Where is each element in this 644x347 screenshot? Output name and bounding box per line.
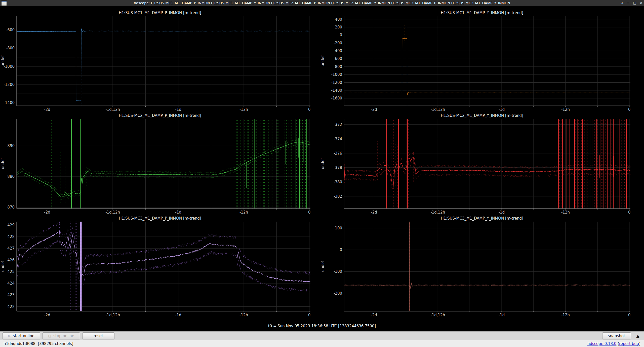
svg-text:undef: undef — [1, 55, 5, 66]
svg-text:-12h: -12h — [239, 107, 248, 112]
svg-text:0: 0 — [340, 33, 342, 37]
plot-title: H1:SUS-MC2_M1_DAMP_Y_INMON [m-trend] — [320, 112, 644, 119]
svg-text:-1d,12h: -1d,12h — [105, 313, 120, 317]
plot-mc2-damp-p[interactable]: H1:SUS-MC2_M1_DAMP_P_INMON [m-trend] 870… — [0, 112, 320, 215]
plot-mc2-damp-y[interactable]: H1:SUS-MC2_M1_DAMP_Y_INMON [m-trend] -37… — [320, 112, 644, 215]
svg-text:870: 870 — [7, 205, 15, 210]
start-online-label: start online — [13, 334, 34, 338]
svg-text:-2d: -2d — [44, 107, 50, 112]
reset-label: reset — [94, 334, 103, 338]
plot-title: H1:SUS-MC3_M1_DAMP_P_INMON [m-trend] — [0, 215, 320, 222]
svg-text:-1000: -1000 — [4, 64, 15, 69]
plot-canvas[interactable]: -372-374-376-378-380-382-2d-1d,12h-1d-12… — [320, 119, 644, 215]
t0-label: t0 = Sun Nov 05 2023 18:36:58 UTC [13832… — [0, 318, 644, 331]
plot-canvas[interactable]: 870880890-2d-1d,12h-1d-12h0undef — [0, 119, 320, 215]
svg-text:-1d: -1d — [499, 107, 505, 112]
svg-text:-600: -600 — [6, 28, 15, 32]
paren-open: ( — [616, 341, 619, 346]
svg-text:429: 429 — [7, 223, 15, 227]
svg-text:880: 880 — [7, 174, 15, 179]
ndscope-window: ndscope: H1:SUS-MC1_M1_DAMP_P_INMON H1:S… — [0, 0, 644, 347]
svg-text:-100: -100 — [334, 269, 342, 274]
shade-window-button[interactable]: ∧ — [621, 0, 623, 6]
svg-text:undef: undef — [320, 261, 325, 272]
play-icon: ▷ — [8, 334, 11, 338]
statusbar: h1daqnds1:8088 [398295 channels] ndscope… — [0, 340, 644, 347]
svg-text:-2d: -2d — [371, 313, 377, 317]
report-bug-link[interactable]: report bug — [619, 341, 639, 346]
svg-text:0: 0 — [308, 313, 311, 317]
plot-title: H1:SUS-MC3_M1_DAMP_Y_INMON [m-trend] — [320, 215, 644, 222]
svg-text:-200: -200 — [334, 41, 342, 45]
titlebar: ndscope: H1:SUS-MC1_M1_DAMP_P_INMON H1:S… — [0, 0, 644, 6]
plot-mc1-damp-p[interactable]: H1:SUS-MC1_M1_DAMP_P_INMON [m-trend] -60… — [0, 10, 320, 112]
svg-text:undef: undef — [1, 158, 5, 169]
snapshot-label: snapshot — [608, 334, 625, 338]
svg-text:-1d: -1d — [175, 107, 181, 112]
svg-text:-1400: -1400 — [4, 100, 15, 105]
plot-canvas[interactable]: 1000-100-200-2d-1d,12h-1d-12h0undef — [320, 222, 644, 318]
svg-text:undef: undef — [320, 158, 325, 169]
svg-text:0: 0 — [628, 313, 631, 317]
svg-text:-400: -400 — [334, 49, 342, 53]
svg-text:-378: -378 — [334, 165, 342, 170]
svg-text:-1d,12h: -1d,12h — [430, 107, 445, 112]
svg-text:0: 0 — [628, 107, 631, 112]
svg-text:400: 400 — [335, 17, 342, 22]
svg-text:-1d: -1d — [175, 210, 181, 215]
svg-text:-12h: -12h — [239, 210, 248, 215]
svg-text:-12h: -12h — [239, 313, 248, 317]
svg-text:-800: -800 — [6, 46, 15, 50]
window-title: ndscope: H1:SUS-MC1_M1_DAMP_P_INMON H1:S… — [0, 1, 644, 5]
snapshot-button[interactable]: snapshot — [602, 332, 631, 339]
svg-text:422: 422 — [7, 304, 15, 309]
plot-mc3-damp-p[interactable]: H1:SUS-MC3_M1_DAMP_P_INMON [m-trend] 422… — [0, 215, 320, 318]
window-controls: ∧ − □ ✕ — [621, 0, 642, 6]
svg-text:-1600: -1600 — [331, 96, 342, 100]
svg-text:0: 0 — [308, 107, 311, 112]
stop-online-button[interactable]: □ stop online — [43, 332, 80, 339]
maximize-window-button[interactable]: □ — [633, 0, 636, 6]
ndscope-version-link[interactable]: ndscope 0.18.0 — [587, 341, 617, 346]
svg-text:-1d: -1d — [499, 313, 505, 317]
svg-text:-1200: -1200 — [331, 80, 342, 85]
plot-title: H1:SUS-MC2_M1_DAMP_P_INMON [m-trend] — [0, 112, 320, 119]
reset-button[interactable]: reset — [82, 332, 114, 339]
svg-text:-200: -200 — [334, 291, 342, 296]
svg-text:-1400: -1400 — [331, 88, 342, 93]
svg-text:-1d: -1d — [175, 313, 181, 317]
toolbar: ▷ start online □ stop online reset snaps… — [0, 331, 644, 340]
svg-text:-382: -382 — [334, 194, 342, 199]
plot-title: H1:SUS-MC1_M1_DAMP_Y_INMON [m-trend] — [320, 10, 644, 16]
svg-text:424: 424 — [7, 281, 15, 286]
svg-text:-2d: -2d — [371, 107, 377, 112]
svg-text:-1d,12h: -1d,12h — [430, 313, 445, 317]
plot-mc3-damp-y[interactable]: H1:SUS-MC3_M1_DAMP_Y_INMON [m-trend] 100… — [320, 215, 644, 318]
expand-panel-triangle-icon[interactable]: ▲ — [636, 333, 639, 338]
stop-icon: □ — [48, 334, 51, 338]
svg-text:-374: -374 — [334, 137, 342, 141]
plot-canvas[interactable]: 4002000-200-400-600-800-1000-1200-1400-1… — [320, 16, 644, 112]
svg-text:0: 0 — [628, 210, 631, 215]
svg-text:100: 100 — [335, 226, 342, 230]
paren-close: ) — [639, 341, 640, 346]
svg-text:-12h: -12h — [561, 313, 570, 317]
svg-text:428: 428 — [7, 234, 15, 239]
svg-text:-1d,12h: -1d,12h — [430, 210, 445, 215]
svg-text:-600: -600 — [334, 56, 342, 61]
start-online-button[interactable]: ▷ start online — [3, 332, 40, 339]
close-window-button[interactable]: ✕ — [640, 0, 642, 6]
svg-text:-12h: -12h — [561, 210, 570, 215]
svg-text:-12h: -12h — [561, 107, 570, 112]
plot-canvas[interactable]: -600-800-1000-1200-1400-2d-1d,12h-1d-12h… — [0, 16, 320, 112]
plot-canvas[interactable]: 422423424425426427428429-2d-1d,12h-1d-12… — [0, 222, 320, 318]
svg-text:0: 0 — [340, 248, 342, 252]
plot-mc1-damp-y[interactable]: H1:SUS-MC1_M1_DAMP_Y_INMON [m-trend] 400… — [320, 10, 644, 112]
svg-text:-2d: -2d — [44, 210, 50, 215]
svg-text:-2d: -2d — [371, 210, 377, 215]
version-info: ndscope 0.18.0 (report bug) — [587, 341, 640, 346]
nds-server-status: h1daqnds1:8088 [398295 channels] — [4, 341, 587, 346]
minimize-window-button[interactable]: − — [627, 0, 630, 6]
svg-text:-1d,12h: -1d,12h — [105, 210, 120, 215]
svg-text:423: 423 — [7, 293, 15, 297]
